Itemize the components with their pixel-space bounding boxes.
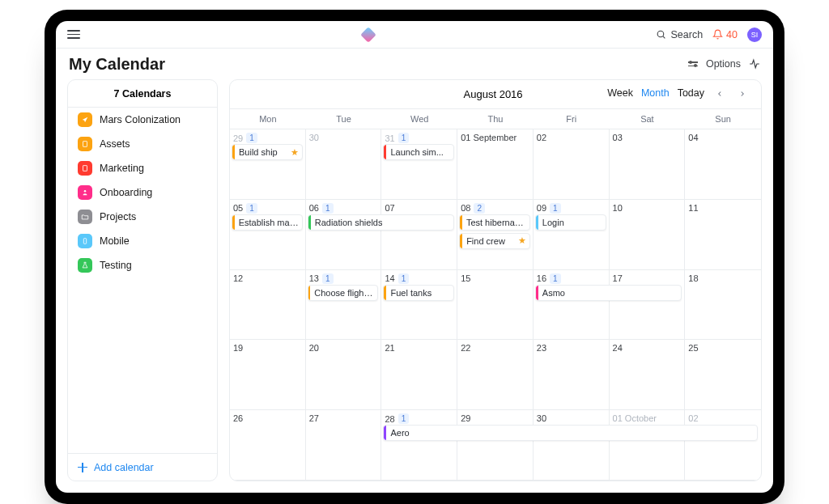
day-number: 291: [233, 133, 302, 143]
weekday-label: Tue: [306, 109, 382, 129]
view-month[interactable]: Month: [641, 87, 670, 102]
calendar-event[interactable]: Fuel tanks: [383, 285, 454, 301]
day-cell[interactable]: 291: [230, 129, 306, 200]
day-number: 26: [233, 413, 302, 423]
calendar-event[interactable]: Choose flight m...: [308, 285, 379, 301]
calendar-event[interactable]: Login: [535, 214, 606, 231]
day-cell[interactable]: 281: [381, 410, 457, 481]
day-cell[interactable]: 12: [230, 270, 306, 341]
weekday-label: Sat: [610, 109, 686, 129]
day-cell[interactable]: 03: [610, 129, 686, 200]
sidebar-item-testing[interactable]: Testing: [68, 253, 217, 277]
device-frame: Search 40 SI My Calendar Options: [45, 10, 784, 504]
sidebar-item-mars-colonization[interactable]: Mars Colonization: [68, 108, 217, 132]
day-cell[interactable]: 19: [230, 340, 306, 410]
day-cell[interactable]: 01 September: [457, 129, 534, 200]
day-cell[interactable]: 01 October: [610, 410, 686, 481]
event-color-bar: [536, 215, 538, 230]
day-cell[interactable]: 131: [306, 270, 382, 341]
sidebar-item-projects[interactable]: Projects: [68, 205, 217, 229]
day-number: 15: [461, 273, 529, 283]
sidebar-item-onboarding[interactable]: Onboarding: [68, 180, 217, 205]
day-number: 141: [385, 273, 453, 284]
day-cell[interactable]: 15: [457, 270, 534, 341]
day-cell[interactable]: 30: [534, 410, 610, 481]
day-cell[interactable]: 02: [534, 129, 610, 200]
day-cell[interactable]: 10: [610, 200, 686, 270]
day-cell[interactable]: 26: [230, 410, 306, 481]
event-color-bar: [232, 215, 235, 230]
sliders-icon: [688, 61, 698, 66]
day-cell[interactable]: 21: [381, 340, 457, 410]
event-label: Build ship: [239, 147, 278, 157]
view-today[interactable]: Today: [678, 87, 704, 102]
star-icon: ★: [518, 235, 526, 246]
notifications-button[interactable]: 40: [712, 29, 738, 40]
day-number: 131: [309, 273, 378, 284]
event-label: Establish mars ...: [239, 218, 299, 227]
weekday-label: Mon: [230, 109, 306, 129]
search-label: Search: [670, 29, 703, 40]
day-cell[interactable]: 04: [685, 129, 761, 200]
day-cell[interactable]: 161: [534, 270, 610, 341]
app-logo-icon[interactable]: [360, 27, 376, 43]
folder-icon: [78, 210, 92, 224]
day-number: 311: [385, 133, 453, 143]
day-cell[interactable]: 20: [306, 340, 382, 410]
weekday-label: Fri: [534, 109, 610, 129]
activity-icon[interactable]: [749, 58, 760, 70]
options-button[interactable]: Options: [706, 58, 741, 70]
day-cell[interactable]: 30: [306, 129, 382, 200]
add-calendar-button[interactable]: Add calendar: [68, 453, 217, 481]
sidebar-item-mobile[interactable]: Mobile: [68, 229, 217, 253]
event-count-chip: 1: [246, 203, 257, 214]
calendar-event[interactable]: Radiation shields: [308, 214, 454, 231]
page-title: My Calendar: [69, 55, 165, 74]
day-number: 18: [688, 273, 758, 283]
svg-rect-2: [83, 142, 87, 147]
view-week[interactable]: Week: [607, 87, 633, 102]
calendar-event[interactable]: Build ship★: [232, 144, 303, 160]
event-label: Aero: [390, 428, 409, 438]
calendar-event[interactable]: Asmo: [535, 285, 682, 301]
avatar[interactable]: SI: [747, 28, 762, 42]
doc-icon: [78, 161, 92, 176]
day-cell[interactable]: 02: [685, 410, 761, 481]
day-cell[interactable]: 18: [685, 270, 761, 341]
day-cell[interactable]: 061: [306, 200, 382, 270]
event-color-bar: [536, 286, 538, 300]
next-month-button[interactable]: [735, 87, 750, 102]
event-color-bar: [460, 215, 462, 230]
sidebar-item-marketing[interactable]: Marketing: [68, 156, 217, 180]
day-cell[interactable]: 29: [457, 410, 534, 481]
day-cell[interactable]: 17: [610, 270, 686, 341]
prev-month-button[interactable]: [712, 87, 727, 102]
day-cell[interactable]: 24: [610, 340, 686, 410]
day-number: 24: [613, 343, 682, 353]
menu-icon[interactable]: [67, 30, 80, 39]
day-cell[interactable]: 25: [685, 340, 761, 410]
calendar-event[interactable]: Establish mars ...: [232, 214, 303, 231]
day-cell[interactable]: 091: [534, 200, 610, 270]
day-number: 02: [688, 413, 758, 423]
day-cell[interactable]: 27: [306, 410, 382, 481]
day-cell[interactable]: 23: [534, 340, 610, 410]
calendar-event[interactable]: Launch sim...: [383, 144, 454, 160]
day-cell[interactable]: 11: [685, 200, 761, 270]
calendar-event[interactable]: Test hibernatio...: [459, 214, 530, 231]
calendar-event[interactable]: Aero: [383, 425, 758, 441]
event-count-chip: 1: [398, 273, 410, 284]
day-number: 27: [309, 413, 378, 423]
day-cell[interactable]: 051: [230, 200, 306, 270]
sidebar-item-assets[interactable]: Assets: [68, 132, 217, 156]
day-cell[interactable]: 22: [457, 340, 534, 410]
day-cell[interactable]: 07: [381, 200, 457, 270]
calendar-event[interactable]: Find crew★: [459, 233, 530, 249]
day-number: 25: [688, 343, 758, 353]
event-color-bar: [308, 215, 311, 230]
day-number: 19: [233, 343, 302, 353]
day-cell[interactable]: 141: [381, 270, 457, 341]
day-number: 29: [461, 413, 529, 423]
search-button[interactable]: Search: [656, 29, 703, 40]
day-cell[interactable]: 311: [381, 129, 457, 200]
